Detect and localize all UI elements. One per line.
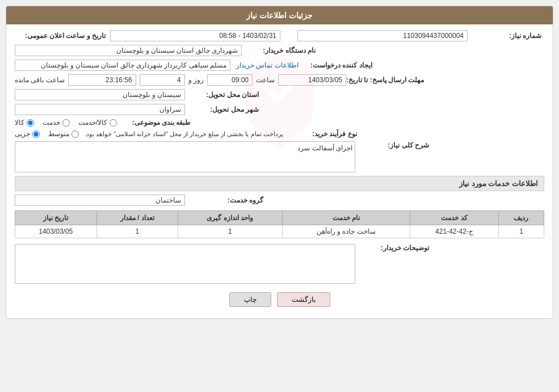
cell-service-code: ج-42-42-421 bbox=[410, 225, 499, 238]
purchase-type-motavaset-label: متوسط bbox=[48, 130, 69, 138]
purchase-type-note: پرداخت تمام یا بخشی از مبلغ خریدار از مح… bbox=[85, 130, 283, 138]
buyer-org-label: نام دستگاه خریدار: bbox=[242, 47, 316, 54]
province-value: سیستان و بلوچستان bbox=[15, 89, 185, 100]
description-label: شرح کلی نیاز: bbox=[355, 141, 429, 149]
purchase-type-jozi[interactable]: جزیی bbox=[15, 130, 40, 138]
deadline-time-label: ساعت bbox=[256, 76, 275, 84]
need-number-value: 1103094437000004 bbox=[297, 30, 468, 41]
cell-row-num: 1 bbox=[498, 225, 544, 238]
category-kala-label: کالا bbox=[15, 119, 24, 127]
table-row: 1 ج-42-42-421 ساخت جاده و راه‌آهن 1 1 14… bbox=[15, 225, 544, 238]
city-label: شهر محل تحویل: bbox=[185, 106, 259, 113]
page-title: جزئیات اطلاعات نیاز bbox=[6, 6, 553, 24]
deadline-days-label: روز و bbox=[188, 76, 204, 84]
creator-label: ایجاد کننده درخواست: bbox=[299, 61, 372, 69]
col-row-num: ردیف bbox=[498, 211, 544, 225]
services-table: ردیف کد خدمت نام خدمت واحد اندازه گیری ت… bbox=[15, 210, 544, 238]
publish-datetime-value: 1403/02/31 - 08:58 bbox=[110, 30, 280, 41]
cell-unit: 1 bbox=[178, 225, 282, 238]
purchase-type-label: نوع فرآیند خرید: bbox=[283, 130, 357, 138]
contact-link[interactable]: اطلاعات تماس خریدار bbox=[236, 61, 299, 69]
col-quantity: تعداد / مقدار bbox=[96, 211, 178, 225]
back-button[interactable]: بازگشت bbox=[277, 292, 330, 307]
service-group-label: گروه خدمت: bbox=[190, 196, 263, 204]
buyer-org-value: شهرداری جالق استان سیستان و بلوچستان bbox=[15, 45, 242, 56]
buyer-notes-value bbox=[15, 244, 355, 284]
publish-datetime-label: تاریخ و ساعت اعلان عمومی: bbox=[15, 32, 106, 40]
cell-quantity: 1 bbox=[96, 225, 178, 238]
deadline-remaining-value: 23:16:56 bbox=[68, 74, 136, 86]
deadline-date-value: 1403/03/05 bbox=[278, 74, 346, 86]
buyer-notes-label: توضیحات خریدار: bbox=[355, 244, 429, 252]
col-service-name: نام خدمت bbox=[282, 211, 410, 225]
need-number-label: شماره نیاز: bbox=[468, 32, 541, 40]
purchase-type-jozi-label: جزیی bbox=[15, 130, 30, 138]
purchase-type-radio-group: متوسط جزیی bbox=[15, 130, 79, 138]
category-kala-khedmat-label: کالا/خدمت bbox=[78, 119, 107, 127]
services-section-header: اطلاعات خدمات مورد نیاز bbox=[15, 176, 544, 191]
deadline-time-value: 09:00 bbox=[207, 74, 253, 86]
deadline-remaining-label: ساعت باقی مانده bbox=[15, 76, 65, 84]
category-kala[interactable]: کالا bbox=[15, 119, 34, 127]
col-service-code: کد خدمت bbox=[410, 211, 499, 225]
category-kala-khedmat[interactable]: کالا/خدمت bbox=[78, 119, 117, 127]
col-unit: واحد اندازه گیری bbox=[178, 211, 282, 225]
city-value: سراوان bbox=[15, 104, 185, 115]
buttons-row: بازگشت چاپ bbox=[15, 292, 544, 313]
deadline-days-value: 4 bbox=[140, 74, 185, 86]
province-label: استان محل تحویل: bbox=[185, 91, 259, 99]
purchase-type-motavaset[interactable]: متوسط bbox=[48, 130, 79, 138]
category-label: طبقه بندی موضوعی: bbox=[117, 119, 191, 127]
category-khedmat-label: خدمت bbox=[43, 119, 60, 127]
category-khedmat[interactable]: خدمت bbox=[43, 119, 70, 127]
cell-need-date: 1403/03/05 bbox=[15, 225, 97, 238]
description-value: اجرای آسفالت سرد bbox=[15, 141, 355, 172]
category-radio-group: کالا/خدمت خدمت کالا bbox=[15, 119, 117, 127]
service-group-value: ساختمان bbox=[15, 195, 185, 206]
print-button[interactable]: چاپ bbox=[229, 292, 271, 307]
cell-service-name: ساخت جاده و راه‌آهن bbox=[282, 225, 410, 238]
creator-value: مسلم سیاهی کاربرداز شهرداری جالق استان س… bbox=[15, 60, 230, 71]
col-need-date: تاریخ نیاز bbox=[15, 211, 97, 225]
deadline-label: مهلت ارسال پاسخ: تا تاریخ: bbox=[346, 76, 424, 84]
